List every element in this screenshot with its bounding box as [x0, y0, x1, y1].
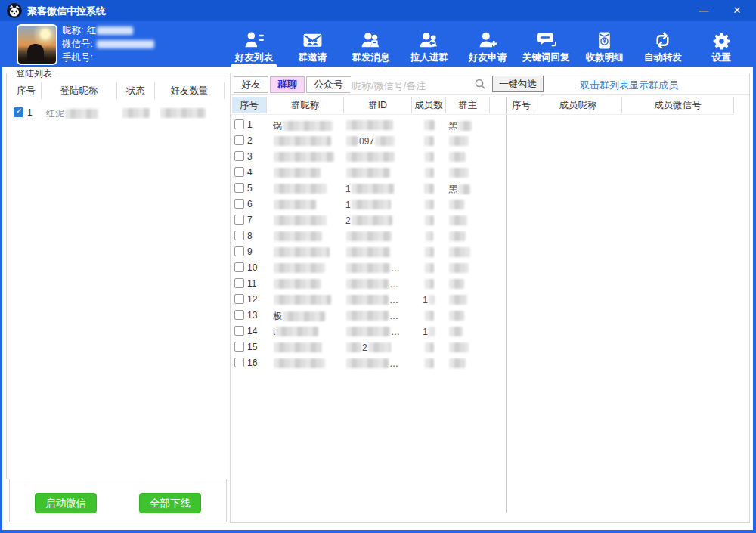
redacted-text: [425, 168, 434, 178]
redacted-text: [425, 342, 434, 352]
group-row[interactable]: 16…: [231, 355, 506, 371]
group-row[interactable]: 3: [231, 149, 506, 165]
nav-item-group-invite[interactable]: 群邀请: [285, 21, 339, 67]
group-row-checkbox[interactable]: [234, 246, 244, 256]
group-row[interactable]: 2097: [231, 133, 506, 149]
group-row[interactable]: 152: [231, 339, 506, 355]
nav-item-group-message[interactable]: 群发消息: [344, 21, 398, 67]
redacted-text: [425, 279, 434, 289]
nav-item-settings[interactable]: 设置: [694, 21, 748, 67]
panel-divider: [506, 97, 507, 513]
redacted-text: [274, 231, 322, 241]
column-header: 好友数量: [155, 82, 225, 99]
group-row-checkbox[interactable]: [234, 167, 244, 177]
redacted-text: [429, 327, 435, 336]
nav-item-label: 设置: [712, 51, 731, 64]
redacted-text: [274, 184, 327, 194]
window-border-right: [753, 67, 756, 533]
redacted-text: [346, 136, 358, 146]
login-row[interactable]: 1红泥: [7, 105, 228, 120]
user-info-line: 手机号:: [62, 51, 155, 64]
group-row[interactable]: 10…: [231, 260, 506, 276]
redacted-text: [274, 358, 325, 368]
close-button[interactable]: ✕: [724, 0, 750, 21]
redacted-text: [426, 231, 433, 241]
column-header: 成员微信号: [622, 97, 734, 113]
group-row[interactable]: 4: [231, 165, 506, 181]
redacted-text: [346, 342, 361, 352]
redacted-text: [375, 136, 395, 146]
group-row-checkbox[interactable]: [234, 278, 244, 288]
member-table-header: 序号成员昵称成员微信号: [506, 97, 734, 115]
group-row-checkbox[interactable]: [234, 358, 244, 367]
nav-item-auto-forward[interactable]: 自动转发: [636, 21, 690, 67]
nav-item-friend-request[interactable]: 好友申请: [460, 21, 515, 67]
group-message-icon: [361, 26, 381, 51]
app-title: 聚客微信中控系统: [27, 5, 106, 18]
redacted-text: [97, 40, 154, 48]
redacted-text: [346, 295, 389, 305]
group-row[interactable]: 9: [231, 244, 506, 260]
redacted-text: [274, 168, 321, 178]
group-row[interactable]: 13极…: [231, 308, 506, 324]
group-row-checkbox[interactable]: [234, 135, 244, 145]
redacted-text: [274, 279, 321, 289]
group-row[interactable]: 72: [231, 212, 506, 228]
minimize-button[interactable]: —: [691, 0, 717, 21]
friend-list-icon: [244, 26, 265, 51]
start-wechat-button[interactable]: 启动微信: [35, 493, 97, 513]
nav-item-label: 拉人进群: [411, 51, 448, 64]
redacted-text: [425, 200, 434, 209]
offline-all-button[interactable]: 全部下线: [139, 493, 201, 513]
redacted-text: [274, 136, 331, 146]
redacted-text: [274, 342, 322, 352]
group-row-checkbox[interactable]: [234, 310, 244, 320]
login-row-checkbox[interactable]: [14, 107, 23, 117]
group-row-checkbox[interactable]: [234, 262, 244, 272]
group-row[interactable]: 61: [231, 197, 506, 212]
group-row[interactable]: 14t…1: [231, 324, 506, 339]
group-row-checkbox[interactable]: [234, 199, 244, 209]
group-invite-icon: [302, 26, 323, 51]
nav-item-friend-list[interactable]: 好友列表: [227, 21, 281, 67]
redacted-text: [424, 120, 435, 130]
redacted-text: [449, 168, 469, 178]
show-members-hint-link[interactable]: 双击群列表显示群成员: [580, 79, 678, 92]
redacted-text: [449, 200, 464, 209]
redacted-text: [346, 279, 389, 289]
group-row[interactable]: 1锅黑: [231, 117, 506, 133]
group-row[interactable]: 12…1: [231, 292, 506, 308]
column-header: 状态: [117, 82, 155, 99]
redacted-text: [274, 295, 331, 305]
group-row-checkbox[interactable]: [234, 294, 244, 304]
group-row-checkbox[interactable]: [234, 326, 244, 336]
redacted-text: [449, 295, 467, 305]
redacted-text: [283, 121, 333, 131]
group-row[interactable]: 11…: [231, 276, 506, 292]
group-row-checkbox[interactable]: [234, 342, 244, 352]
group-row-checkbox[interactable]: [234, 119, 244, 129]
group-row[interactable]: 8: [231, 228, 506, 244]
nav-item-pull-to-group[interactable]: 拉人进群: [402, 21, 457, 67]
redacted-text: [346, 358, 389, 368]
group-row-checkbox[interactable]: [234, 183, 244, 193]
redacted-text: [160, 108, 206, 118]
payment-detail-icon: ¥: [594, 26, 615, 51]
app-window: 聚客微信中控系统 — ✕ 昵称:红微信号:手机号: 好友列表群邀请群发消息拉人进…: [0, 0, 756, 533]
group-table-body: 1锅黑20973451黑61728910…11…12…113极…14t…1152…: [231, 73, 506, 522]
redacted-text: [425, 263, 434, 273]
nav-item-keyword-reply[interactable]: 关键词回复: [519, 21, 573, 67]
group-row-checkbox[interactable]: [234, 215, 244, 225]
group-row-checkbox[interactable]: [234, 151, 244, 161]
redacted-text: [346, 231, 392, 241]
group-row-checkbox[interactable]: [234, 231, 244, 240]
group-row[interactable]: 51黑: [231, 181, 506, 197]
redacted-text: [425, 215, 434, 225]
redacted-text: [425, 247, 434, 257]
user-avatar: [17, 24, 57, 65]
redacted-text: [449, 215, 467, 225]
main-panel: 好友群聊公众号 一键勾选 双击群列表显示群成员 序号群昵称群ID成员数群主 1锅…: [230, 73, 750, 523]
nav-item-payment-detail[interactable]: ¥收款明细: [578, 21, 632, 67]
window-border-bottom: [0, 530, 756, 533]
redacted-text: [368, 342, 391, 352]
